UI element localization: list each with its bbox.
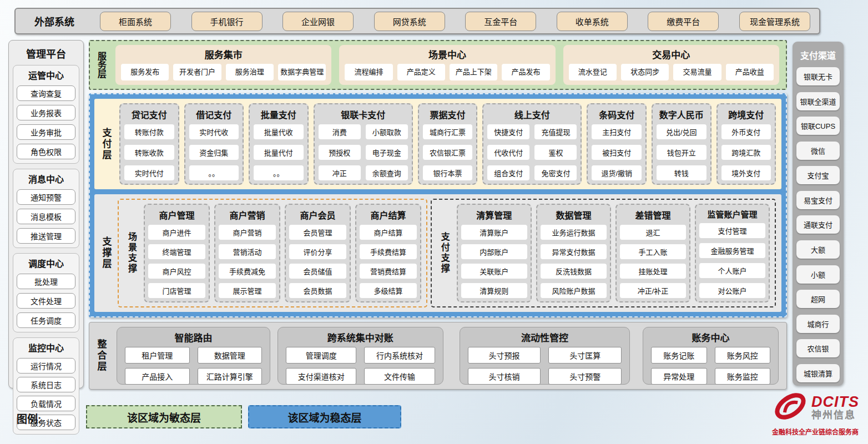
- payment-button[interactable]: 。。: [189, 165, 239, 180]
- payment-button[interactable]: 快捷支付: [487, 124, 529, 139]
- payment-button[interactable]: 批量代付: [254, 145, 304, 160]
- sidebar-button[interactable]: 批处理: [17, 274, 75, 289]
- integration-button[interactable]: 异常处理: [651, 368, 706, 385]
- service-button[interactable]: 服务治理: [226, 64, 274, 80]
- sidebar-button[interactable]: 负载情况: [17, 396, 75, 411]
- support-button[interactable]: 冲正/补正: [620, 283, 686, 298]
- service-button[interactable]: 状态同步: [621, 64, 669, 80]
- support-button[interactable]: 商户营销: [219, 225, 276, 240]
- support-button[interactable]: 业务运行数据: [541, 225, 607, 240]
- support-button[interactable]: 反洗钱数据: [541, 264, 607, 279]
- integration-button[interactable]: 支付渠道核对: [286, 368, 356, 385]
- sidebar-button[interactable]: 运行情况: [17, 358, 75, 374]
- payment-button[interactable]: 境外支付: [721, 165, 771, 180]
- service-button[interactable]: 交易流量: [673, 64, 721, 80]
- payment-button[interactable]: 代收代付: [487, 145, 529, 160]
- integration-button[interactable]: 账务监控: [715, 368, 770, 385]
- payment-button[interactable]: 消费: [319, 124, 361, 139]
- payment-button[interactable]: 钱包开立: [657, 145, 706, 160]
- service-button[interactable]: 数据字典管理: [278, 64, 326, 80]
- integration-button[interactable]: 账务风控: [715, 347, 770, 364]
- payment-button[interactable]: 余额查询: [366, 165, 408, 180]
- support-button[interactable]: 内部账户: [461, 244, 527, 259]
- channel-button[interactable]: 城银清算: [796, 364, 840, 382]
- payment-button[interactable]: 批量代收: [254, 124, 304, 139]
- service-button[interactable]: 产品上下架: [450, 64, 497, 80]
- integration-button[interactable]: 租户管理: [125, 347, 190, 364]
- payment-button[interactable]: 组合支付: [487, 165, 529, 180]
- support-button[interactable]: 会员数据: [289, 283, 346, 298]
- integration-button[interactable]: 行内系统核对: [364, 347, 435, 364]
- channel-button[interactable]: 支付宝: [796, 166, 840, 184]
- support-button[interactable]: 商户结算: [360, 225, 417, 240]
- integration-button[interactable]: 数据管理: [198, 347, 263, 364]
- channel-button[interactable]: 银联无卡: [796, 67, 840, 85]
- support-button[interactable]: 风险账户数据: [541, 283, 607, 298]
- support-button[interactable]: 清算账户: [461, 225, 527, 240]
- sidebar-button[interactable]: 推送管理: [17, 228, 75, 244]
- payment-button[interactable]: 小额取款: [366, 124, 408, 139]
- support-button[interactable]: 关联账户: [461, 264, 527, 279]
- channel-button[interactable]: 通联支付: [796, 215, 840, 234]
- sidebar-button[interactable]: 任务调度: [17, 312, 75, 328]
- sidebar-button[interactable]: 系统日志: [17, 377, 75, 392]
- integration-button[interactable]: 头寸匡算: [548, 347, 622, 364]
- external-system-button[interactable]: 企业网银: [282, 12, 354, 31]
- payment-button[interactable]: 转账收款: [124, 145, 174, 160]
- sidebar-button[interactable]: 通知预警: [17, 189, 75, 205]
- payment-button[interactable]: 鉴权: [534, 145, 577, 160]
- sidebar-button[interactable]: 文件处理: [17, 293, 75, 309]
- service-button[interactable]: 产品定义: [397, 64, 445, 80]
- support-button[interactable]: 营销费结算: [360, 264, 417, 279]
- channel-button[interactable]: 超网: [796, 290, 840, 308]
- external-system-button[interactable]: 现金管理系统: [739, 12, 810, 31]
- payment-button[interactable]: 跨境汇款: [721, 145, 771, 160]
- payment-button[interactable]: 冲正: [319, 165, 361, 180]
- support-button[interactable]: 对公账户: [699, 283, 765, 298]
- support-button[interactable]: 手续费结算: [360, 244, 417, 259]
- external-system-button[interactable]: 手机银行: [191, 12, 263, 31]
- support-button[interactable]: 商户风控: [148, 264, 205, 279]
- integration-button[interactable]: 头寸核销: [468, 368, 541, 385]
- sidebar-button[interactable]: 业务报表: [17, 105, 75, 120]
- service-button[interactable]: 流程编排: [345, 64, 392, 80]
- service-button[interactable]: 产品收益: [726, 64, 774, 80]
- integration-button[interactable]: 产品接入: [125, 368, 190, 385]
- payment-button[interactable]: 银行本票: [423, 165, 473, 180]
- support-button[interactable]: 支付管理: [699, 223, 765, 238]
- payment-button[interactable]: 转钱: [657, 165, 706, 180]
- support-button[interactable]: 终端管理: [148, 244, 205, 259]
- integration-button[interactable]: 管理调度: [286, 347, 356, 364]
- support-button[interactable]: 评价分享: [289, 244, 346, 259]
- support-button[interactable]: 门店管理: [148, 283, 205, 298]
- payment-button[interactable]: 城商行汇票: [423, 124, 473, 139]
- channel-button[interactable]: 易宝支付: [796, 191, 840, 209]
- service-button[interactable]: 服务发布: [121, 64, 169, 80]
- channel-button[interactable]: 银联全渠道: [796, 92, 840, 110]
- support-button[interactable]: 商户进件: [148, 225, 205, 240]
- payment-button[interactable]: 被扫支付: [592, 145, 642, 160]
- support-button[interactable]: 清算规则: [461, 283, 527, 298]
- channel-button[interactable]: 银联CUPS: [796, 117, 840, 135]
- payment-button[interactable]: 预授权: [319, 145, 361, 160]
- support-button[interactable]: 个人账户: [699, 263, 765, 278]
- support-button[interactable]: 手续费减免: [219, 264, 276, 279]
- support-button[interactable]: 展示管理: [219, 283, 276, 298]
- integration-button[interactable]: 头寸预警: [548, 368, 622, 385]
- external-system-button[interactable]: 柜面系统: [100, 12, 171, 31]
- external-system-button[interactable]: 缴费平台: [648, 12, 719, 31]
- channel-button[interactable]: 城商行: [796, 315, 840, 333]
- support-button[interactable]: 手工入账: [620, 244, 686, 259]
- integration-button[interactable]: 文件传输: [364, 368, 435, 385]
- external-system-button[interactable]: 网贷系统: [374, 12, 445, 31]
- payment-button[interactable]: 实时代收: [189, 124, 239, 139]
- support-button[interactable]: 退汇: [620, 225, 686, 240]
- sidebar-button[interactable]: 角色权限: [17, 144, 75, 159]
- channel-button[interactable]: 小额: [796, 265, 840, 284]
- payment-button[interactable]: 资金归集: [189, 145, 239, 160]
- channel-button[interactable]: 农信银: [796, 339, 840, 357]
- channel-button[interactable]: 微信: [796, 142, 840, 160]
- payment-button[interactable]: 。。: [254, 165, 304, 180]
- support-button[interactable]: 多级结算: [360, 283, 417, 298]
- support-button[interactable]: 会员管理: [289, 225, 346, 240]
